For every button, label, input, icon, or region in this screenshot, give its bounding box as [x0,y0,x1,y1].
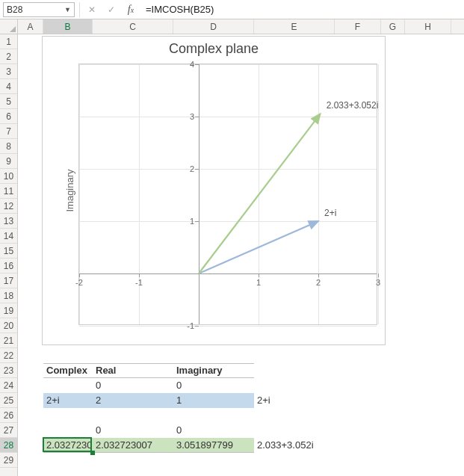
col-header-D[interactable]: D [173,19,254,34]
row-header-22[interactable]: 22 [0,348,17,363]
row-header-3[interactable]: 3 [0,64,17,79]
row-header-2[interactable]: 2 [0,49,17,64]
col-header-H[interactable]: H [405,19,451,34]
row-header-17[interactable]: 17 [0,273,17,288]
chart-plot-area: -2-1123-112342+i2.033+3.052i [78,64,377,325]
table-cell[interactable]: 0 [93,378,173,393]
col-header-A[interactable]: A [18,19,43,34]
vector-2.033+3.052i [199,114,321,273]
row-header-6[interactable]: 6 [0,109,17,124]
table-cell[interactable]: 0 [173,378,254,393]
row-header-4[interactable]: 4 [0,79,17,94]
row-header-14[interactable]: 14 [0,229,17,244]
divider [79,2,80,17]
row-header-13[interactable]: 13 [0,214,17,229]
row-header-1[interactable]: 1 [0,34,17,49]
row-header-8[interactable]: 8 [0,139,17,154]
row-header-29[interactable]: 29 [0,453,17,468]
row-headers: 1234567891011121314151617181920212223242… [0,34,18,476]
grid: 1234567891011121314151617181920212223242… [0,34,464,476]
row-header-12[interactable]: 12 [0,199,17,214]
row-header-19[interactable]: 19 [0,303,17,318]
table-header[interactable]: Complex [43,363,93,378]
table-cell[interactable]: 2.033+3.052i [254,438,335,453]
row-header-9[interactable]: 9 [0,154,17,169]
row-header-16[interactable]: 16 [0,259,17,273]
row-header-20[interactable]: 20 [0,318,17,333]
fx-icon[interactable]: fx [123,2,138,17]
table-cell[interactable]: 0 [173,423,254,438]
table-cell[interactable]: 2+i [254,393,335,408]
row-header-10[interactable]: 10 [0,169,17,184]
row-header-28[interactable]: 28 [0,438,17,453]
row-header-7[interactable]: 7 [0,124,17,139]
cells-area[interactable]: Complex plane Imaginary -2-1123-112342+i… [18,34,464,476]
chart-ylabel: Imaginary [64,169,75,211]
formula-input[interactable] [143,2,461,17]
row-header-23[interactable]: 23 [0,363,17,378]
table-cell[interactable]: 1 [173,393,254,408]
chevron-down-icon: ▼ [64,6,71,13]
table-cell[interactable]: 3.051897799 [173,438,254,453]
col-header-B[interactable]: B [43,19,93,34]
row-header-24[interactable]: 24 [0,378,17,393]
row-header-15[interactable]: 15 [0,244,17,259]
row-header-21[interactable]: 21 [0,333,17,348]
table-cell[interactable]: 0 [93,423,173,438]
row-header-25[interactable]: 25 [0,393,17,408]
col-header-F[interactable]: F [335,19,381,34]
cancel-icon[interactable]: ✕ [84,2,99,17]
chart-title: Complex plane [43,37,385,58]
table-cell[interactable]: 2 [93,393,173,408]
cell-reference: B28 [7,4,22,15]
row-header-26[interactable]: 26 [0,408,17,423]
vector-2+i [199,221,318,273]
select-all-corner[interactable] [0,19,18,34]
col-header-G[interactable]: G [381,19,405,34]
col-header-C[interactable]: C [93,19,173,34]
column-headers: ABCDEFGH [0,19,464,34]
confirm-icon[interactable]: ✓ [104,2,119,17]
row-header-5[interactable]: 5 [0,94,17,109]
formula-bar: B28 ▼ ✕ ✓ fx [0,0,464,19]
table-cell[interactable]: 2.032723007 [93,438,173,453]
row-header-27[interactable]: 27 [0,423,17,438]
table-header[interactable]: Real [93,363,173,378]
table-cell[interactable]: 2.0327230 [43,438,93,453]
col-header-E[interactable]: E [254,19,335,34]
table-header[interactable]: Imaginary [173,363,254,378]
row-header-11[interactable]: 11 [0,184,17,199]
table-cell[interactable]: 2+i [43,393,93,408]
chart[interactable]: Complex plane Imaginary -2-1123-112342+i… [42,36,386,345]
row-header-18[interactable]: 18 [0,288,17,303]
name-box[interactable]: B28 ▼ [3,2,75,17]
